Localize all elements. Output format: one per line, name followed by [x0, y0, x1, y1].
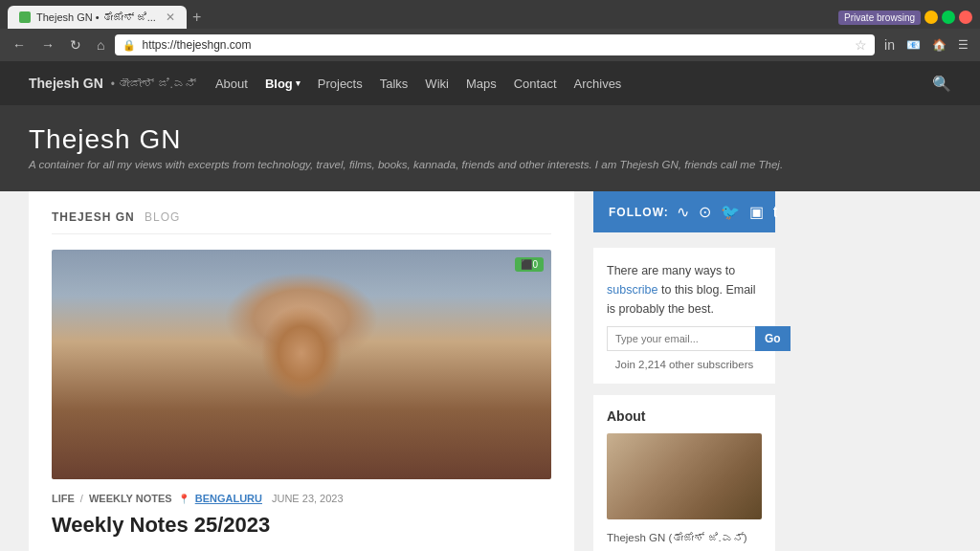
nav-links: About Blog ▾ Projects Talks Wiki Maps Co…	[215, 77, 621, 91]
extension-icon-2[interactable]: 🏠	[928, 36, 950, 54]
browser-chrome: Thejesh GN • ತೇಜೇಶ್ ಜಿ... ✕ + Private br…	[0, 0, 980, 61]
sidebar: FOLLOW: ∿ ⊙ 🐦 ▣ t There are many ways to…	[574, 191, 775, 551]
subscribe-link[interactable]: subscribe	[607, 283, 658, 297]
url-text: https://thejeshgn.com	[142, 38, 849, 52]
search-icon[interactable]: 🔍	[932, 75, 951, 93]
post-location[interactable]: BENGALURU	[195, 493, 262, 504]
rss-icon[interactable]: ∿	[677, 203, 689, 221]
tab-favicon	[19, 11, 31, 23]
site-name-kannada: • ತೇಜೇಶ್ ಜಿ.ಎನ್	[111, 77, 196, 91]
nav-maps[interactable]: Maps	[466, 77, 497, 91]
subscribe-section: There are many ways to subscribe to this…	[593, 248, 775, 384]
chevron-down-icon: ▾	[296, 78, 301, 88]
tab-close-button[interactable]: ✕	[166, 11, 175, 24]
url-bar[interactable]: 🔒 https://thejeshgn.com ☆	[115, 34, 875, 55]
forward-button[interactable]: →	[36, 35, 59, 55]
linkedin-icon[interactable]: in	[880, 35, 899, 55]
meta-separator-1: /	[80, 493, 83, 504]
tumblr-icon[interactable]: t	[773, 204, 777, 221]
nav-about[interactable]: About	[215, 77, 248, 91]
nav-contact[interactable]: Contact	[514, 77, 557, 91]
twitter-follow-icon[interactable]: 🐦	[721, 203, 740, 221]
lock-icon: 🔒	[122, 39, 136, 52]
tab-title: Thejesh GN • ತೇಜೇಶ್ ಜಿ...	[36, 11, 156, 23]
site-name-nav: Thejesh GN • ತೇಜೇಶ್ ಜಿ.ಎನ್	[29, 76, 196, 91]
tab-bar: Thejesh GN • ತೇಜೇಶ್ ಜಿ... ✕ + Private br…	[0, 0, 980, 29]
window-controls: Private browsing	[838, 11, 972, 25]
main-content: THEJESH GN BLOG ⬛0 LIFE / WEEKLY NOTES 📍…	[0, 191, 980, 551]
site-header: Thejesh GN A container for all my views …	[0, 105, 980, 191]
post-meta: LIFE / WEEKLY NOTES 📍 BENGALURU JUNE 23,…	[52, 493, 551, 504]
extension-icon-1[interactable]: 📧	[902, 36, 924, 54]
email-subscribe-row: Go	[607, 326, 762, 351]
active-tab[interactable]: Thejesh GN • ತೇಜೇಶ್ ಜಿ... ✕	[8, 6, 187, 29]
image-badge: ⬛0	[515, 257, 544, 272]
blog-title-subtitle: BLOG	[145, 210, 180, 224]
minimize-button[interactable]	[924, 11, 938, 24]
nav-blog[interactable]: Blog ▾	[265, 77, 301, 91]
site-name-strong: Thejesh GN	[29, 76, 103, 91]
post-category-weekly[interactable]: WEEKLY NOTES	[89, 493, 172, 504]
bookmark-icon[interactable]: ☆	[855, 37, 867, 53]
nav-archives[interactable]: Archives	[574, 77, 622, 91]
about-section: About Thejesh GN (ತೇಜೇಶ್ ಜಿ.ಎನ್) "Thej" …	[593, 395, 775, 551]
subscribe-go-button[interactable]: Go	[755, 326, 791, 351]
site-tagline: A container for all my views with excerp…	[29, 159, 951, 170]
private-browsing-badge: Private browsing	[838, 11, 921, 25]
top-navigation: Thejesh GN • ತೇಜೇಶ್ ಜಿ.ಎನ್ About Blog ▾ …	[0, 61, 980, 105]
about-text: Thejesh GN (ತೇಜೇಶ್ ಜಿ.ಎನ್) "Thej" is an …	[607, 529, 762, 551]
site-title: Thejesh GN	[29, 124, 951, 155]
about-photo	[607, 433, 762, 519]
new-tab-button[interactable]: +	[192, 9, 201, 26]
browser-toolbar: ← → ↻ ⌂ 🔒 https://thejeshgn.com ☆ in 📧 🏠…	[0, 29, 980, 61]
subscriber-count: Join 2,214 other subscribers	[607, 359, 762, 370]
follow-box: FOLLOW: ∿ ⊙ 🐦 ▣ t	[593, 191, 775, 232]
feed-icon[interactable]: ▣	[749, 203, 764, 221]
nav-wiki[interactable]: Wiki	[425, 77, 449, 91]
close-button[interactable]	[959, 11, 972, 24]
post-title: Weekly Notes 25/2023	[52, 512, 551, 540]
home-button[interactable]: ⌂	[92, 35, 109, 55]
blog-title-bold: THEJESH GN	[52, 210, 135, 224]
follow-label: FOLLOW:	[609, 206, 669, 219]
email-input[interactable]	[607, 326, 755, 351]
post-featured-image: ⬛0	[52, 250, 551, 479]
nav-left: Thejesh GN • ತೇಜೇಶ್ ಜಿ.ಎನ್ About Blog ▾ …	[29, 76, 621, 91]
about-title: About	[607, 408, 762, 424]
location-pin-icon: 📍	[178, 494, 189, 504]
blog-section-heading: THEJESH GN BLOG	[52, 210, 551, 234]
restore-button[interactable]	[942, 11, 955, 24]
nav-talks[interactable]: Talks	[380, 77, 409, 91]
post-category-life[interactable]: LIFE	[52, 493, 75, 504]
back-button[interactable]: ←	[8, 35, 31, 55]
menu-button[interactable]: ☰	[954, 36, 972, 54]
github-icon[interactable]: ⊙	[699, 203, 711, 221]
browser-actions: in 📧 🏠 ☰	[880, 35, 972, 55]
site-wrapper: Thejesh GN • ತೇಜೇಶ್ ಜಿ.ಎನ್ About Blog ▾ …	[0, 61, 980, 551]
follow-icons: ∿ ⊙ 🐦 ▣ t	[677, 203, 777, 221]
nav-projects[interactable]: Projects	[318, 77, 363, 91]
reload-button[interactable]: ↻	[65, 35, 86, 55]
subscribe-text: There are many ways to subscribe to this…	[607, 261, 762, 319]
blog-section: THEJESH GN BLOG ⬛0 LIFE / WEEKLY NOTES 📍…	[29, 191, 574, 551]
post-date: JUNE 23, 2023	[272, 493, 344, 504]
